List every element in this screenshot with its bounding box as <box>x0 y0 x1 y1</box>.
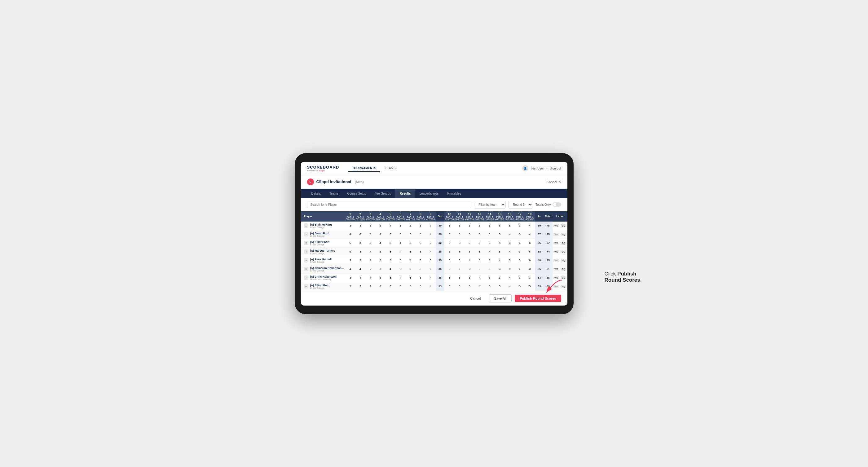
score-h15[interactable] <box>495 230 504 239</box>
score-h7[interactable] <box>405 230 415 239</box>
score-h12[interactable] <box>465 256 474 264</box>
tab-teams[interactable]: Teams <box>325 189 343 198</box>
score-h12[interactable] <box>465 230 474 239</box>
score-h10[interactable] <box>444 239 454 247</box>
score-h12[interactable] <box>465 247 474 256</box>
score-h2[interactable] <box>355 247 365 256</box>
score-h18[interactable] <box>525 222 535 230</box>
score-h5[interactable] <box>385 247 396 256</box>
score-h7[interactable] <box>405 282 415 291</box>
wd-badge[interactable]: WD <box>553 224 559 227</box>
tab-leaderboards[interactable]: Leaderboards <box>415 189 443 198</box>
score-h9[interactable] <box>426 282 435 291</box>
score-h7[interactable] <box>405 264 415 273</box>
score-h9[interactable] <box>426 239 435 247</box>
score-h11[interactable] <box>455 256 465 264</box>
score-h16[interactable] <box>505 282 515 291</box>
score-h3[interactable] <box>365 247 375 256</box>
score-h5[interactable] <box>385 264 396 273</box>
score-h11[interactable] <box>455 247 465 256</box>
score-h15[interactable] <box>495 282 504 291</box>
score-h17[interactable] <box>515 222 525 230</box>
score-h12[interactable] <box>465 273 474 282</box>
score-h12[interactable] <box>465 282 474 291</box>
score-h13[interactable] <box>474 222 484 230</box>
score-h17[interactable] <box>515 256 525 264</box>
score-h10[interactable] <box>444 230 454 239</box>
score-h14[interactable] <box>485 264 495 273</box>
score-h13[interactable] <box>474 239 484 247</box>
score-h14[interactable] <box>485 273 495 282</box>
score-h10[interactable] <box>444 247 454 256</box>
score-h17[interactable] <box>515 264 525 273</box>
score-h15[interactable] <box>495 239 504 247</box>
score-h11[interactable] <box>455 230 465 239</box>
score-h11[interactable] <box>455 222 465 230</box>
score-h16[interactable] <box>505 247 515 256</box>
score-h11[interactable] <box>455 264 465 273</box>
score-h1[interactable] <box>345 239 355 247</box>
score-h2[interactable] <box>355 264 365 273</box>
score-h18[interactable] <box>525 239 535 247</box>
score-h13[interactable] <box>474 282 484 291</box>
score-h6[interactable] <box>396 222 405 230</box>
score-h9[interactable] <box>426 264 435 273</box>
score-h10[interactable] <box>444 222 454 230</box>
score-h3[interactable] <box>365 256 375 264</box>
score-h3[interactable] <box>365 282 375 291</box>
search-input[interactable] <box>307 201 472 208</box>
score-h18[interactable] <box>525 256 535 264</box>
score-h8[interactable] <box>415 247 426 256</box>
score-h14[interactable] <box>485 282 495 291</box>
score-h16[interactable] <box>505 256 515 264</box>
score-h7[interactable] <box>405 239 415 247</box>
wd-badge[interactable]: WD <box>553 259 559 262</box>
score-h9[interactable] <box>426 247 435 256</box>
score-h1[interactable] <box>345 230 355 239</box>
score-h4[interactable] <box>375 256 385 264</box>
score-h4[interactable] <box>375 222 385 230</box>
wd-badge[interactable]: WD <box>553 233 559 236</box>
dq-badge[interactable]: DQ <box>561 233 567 236</box>
cancel-footer-button[interactable]: Cancel <box>465 295 486 302</box>
score-h11[interactable] <box>455 239 465 247</box>
nav-teams[interactable]: TEAMS <box>381 165 399 172</box>
score-h17[interactable] <box>515 282 525 291</box>
score-h1[interactable] <box>345 247 355 256</box>
score-h8[interactable] <box>415 239 426 247</box>
score-h2[interactable] <box>355 222 365 230</box>
score-h10[interactable] <box>444 264 454 273</box>
score-h15[interactable] <box>495 247 504 256</box>
score-h9[interactable] <box>426 230 435 239</box>
score-h16[interactable] <box>505 273 515 282</box>
score-h4[interactable] <box>375 264 385 273</box>
score-h3[interactable] <box>365 230 375 239</box>
score-h4[interactable] <box>375 239 385 247</box>
score-h5[interactable] <box>385 222 396 230</box>
score-h2[interactable] <box>355 230 365 239</box>
score-h7[interactable] <box>405 273 415 282</box>
score-h14[interactable] <box>485 222 495 230</box>
score-h5[interactable] <box>385 230 396 239</box>
wd-badge[interactable]: WD <box>553 250 559 253</box>
score-h12[interactable] <box>465 222 474 230</box>
score-h5[interactable] <box>385 239 396 247</box>
score-h13[interactable] <box>474 247 484 256</box>
score-h16[interactable] <box>505 222 515 230</box>
score-h17[interactable] <box>515 230 525 239</box>
score-h9[interactable] <box>426 222 435 230</box>
save-all-button[interactable]: Save All <box>489 294 512 303</box>
score-h13[interactable] <box>474 256 484 264</box>
dq-badge[interactable]: DQ <box>561 268 567 271</box>
score-h7[interactable] <box>405 247 415 256</box>
score-h18[interactable] <box>525 230 535 239</box>
score-h7[interactable] <box>405 222 415 230</box>
score-h18[interactable] <box>525 247 535 256</box>
sign-out-link[interactable]: Sign out <box>550 167 561 170</box>
score-h8[interactable] <box>415 273 426 282</box>
score-h2[interactable] <box>355 256 365 264</box>
score-h15[interactable] <box>495 273 504 282</box>
score-h2[interactable] <box>355 282 365 291</box>
tab-results[interactable]: Results <box>395 189 415 198</box>
score-h12[interactable] <box>465 264 474 273</box>
